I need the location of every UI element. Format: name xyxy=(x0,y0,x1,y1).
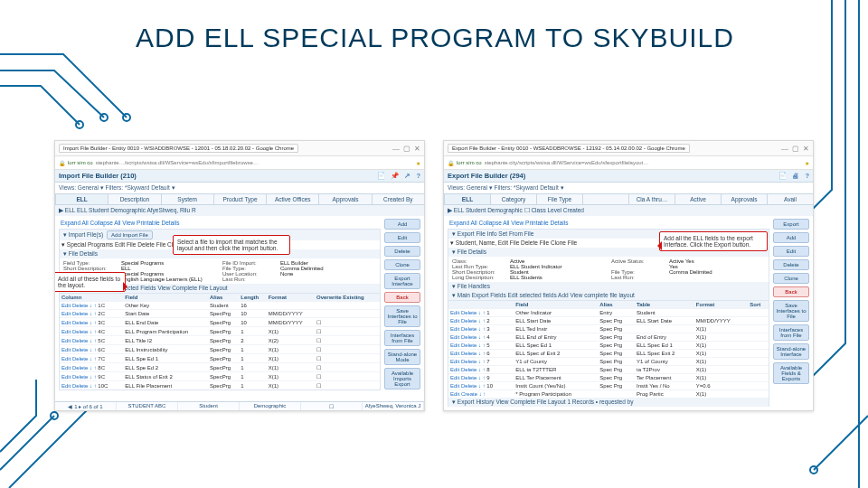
clone-button[interactable]: Clone xyxy=(773,273,809,284)
expand-collapse-links[interactable]: Expand All Collapse All View Printable D… xyxy=(448,219,769,227)
standalone-button[interactable]: Stand-alone Interface xyxy=(773,343,809,360)
edit-link[interactable]: Edit xyxy=(61,374,71,380)
reorder-arrows-icon[interactable]: ↓ ↑ xyxy=(478,310,486,315)
if-from-file-button[interactable]: Interfaces from File xyxy=(384,330,420,346)
maximize-icon[interactable]: ▢ xyxy=(792,145,799,153)
star-icon[interactable]: ★ xyxy=(805,160,809,166)
edit-link[interactable]: Edit xyxy=(450,367,459,372)
selected-row[interactable]: ▶ ELL Student Demographic ☐ Class Level … xyxy=(444,205,813,216)
reorder-arrows-icon[interactable]: ↓ ↑ xyxy=(478,367,486,372)
reorder-arrows-icon[interactable]: ↓ ↑ xyxy=(90,320,97,325)
edit-link[interactable]: Edit xyxy=(61,347,71,352)
export-button[interactable]: Export xyxy=(773,219,809,230)
delete-link[interactable]: Delete xyxy=(72,338,88,343)
edit-link[interactable]: Edit xyxy=(450,343,459,348)
edit-link[interactable]: Edit xyxy=(61,311,71,316)
report-icon[interactable]: 📄 xyxy=(778,172,787,180)
edit-link[interactable]: Edit xyxy=(61,356,71,361)
report-icon[interactable]: 📄 xyxy=(377,172,385,180)
edit-link[interactable]: Edit xyxy=(61,320,71,325)
new-window-icon[interactable]: ↗ xyxy=(404,172,410,180)
edit-link[interactable]: Edit xyxy=(450,326,459,332)
reorder-arrows-icon[interactable]: ↓ ↑ xyxy=(478,326,486,332)
avail-exports-button[interactable]: Available Fields & Exports xyxy=(773,362,809,384)
table-row[interactable]: Edit Delete ↓ ↑ 7CELL Spe Ed 1SpecPrg1X(… xyxy=(60,354,380,363)
edit-link[interactable]: Edit xyxy=(61,365,71,371)
reorder-arrows-icon[interactable]: ↓ ↑ xyxy=(90,374,97,380)
delete-link[interactable]: Delete xyxy=(72,374,88,380)
edit-button[interactable]: Edit xyxy=(773,246,809,257)
delete-link[interactable]: Delete xyxy=(72,311,88,316)
delete-link[interactable]: Delete xyxy=(461,351,476,356)
export-history-header[interactable]: ▾ Export History View Complete File Layo… xyxy=(448,398,769,407)
edit-link[interactable]: Edit xyxy=(450,310,459,315)
reorder-arrows-icon[interactable]: ↓ ↑ xyxy=(90,347,97,352)
col-product[interactable]: Product Type xyxy=(213,193,266,205)
delete-link[interactable]: Delete xyxy=(72,347,88,352)
reorder-arrows-icon[interactable]: ↓ ↑ xyxy=(90,383,97,389)
minimize-icon[interactable]: — xyxy=(392,145,400,153)
browser-tab[interactable]: Import File Builder - Entity 0010 - WSIA… xyxy=(59,144,298,153)
edit-button[interactable]: Edit xyxy=(384,232,420,243)
table-row[interactable]: Edit Delete ↓ ↑ 6CELL InstructabilitySpe… xyxy=(60,345,380,354)
edit-link[interactable]: Edit xyxy=(450,334,459,340)
edit-link[interactable]: Edit xyxy=(450,391,459,397)
table-row[interactable]: Edit Delete ↓ ↑ 7Y1 of CountySpec PrgY1 … xyxy=(448,358,769,366)
back-button[interactable]: Back xyxy=(773,286,809,297)
minimize-icon[interactable]: — xyxy=(781,145,788,153)
table-row[interactable]: Edit Delete ↓ ↑ 4ELL End of EntrySpec Pr… xyxy=(448,333,769,342)
star-icon[interactable]: ★ xyxy=(416,160,420,166)
reorder-arrows-icon[interactable]: ↓ ↑ xyxy=(478,375,486,380)
table-row[interactable]: Edit Delete ↓ ↑ 5CELL Title I2SpecPrg2X(… xyxy=(60,336,380,345)
clone-button[interactable]: Clone xyxy=(384,259,420,270)
reorder-arrows-icon[interactable]: ↓ ↑ xyxy=(478,359,486,364)
edit-link[interactable]: Edit xyxy=(450,359,459,364)
edit-link[interactable]: Edit xyxy=(61,383,71,389)
help-icon[interactable]: ? xyxy=(805,172,809,180)
views-filters-bar[interactable]: Views: General ▾ Filters: *Skyward Defau… xyxy=(444,183,813,193)
delete-button[interactable]: Delete xyxy=(384,246,420,257)
main-export-fields-header[interactable]: ▾ Main Export Fields Edit selected field… xyxy=(448,291,769,300)
edit-link[interactable]: Edit xyxy=(450,383,459,389)
export-interface-button[interactable]: Export Interface xyxy=(384,273,420,289)
table-row[interactable]: Edit Delete ↓ ↑ 1COther KeyStudent16 xyxy=(60,302,380,310)
reorder-arrows-icon[interactable]: ↓ ↑ xyxy=(90,338,97,343)
help-icon[interactable]: ? xyxy=(416,172,420,180)
reorder-arrows-icon[interactable]: ↓ ↑ xyxy=(90,303,97,308)
expand-collapse-links[interactable]: Expand All Collapse All View Printable D… xyxy=(59,219,381,227)
save-if-button[interactable]: Save Interfaces to File xyxy=(384,305,420,327)
table-row[interactable]: Edit Delete ↓ ↑ 6ELL Spec of Exit 2Spec … xyxy=(448,350,769,358)
file-handles-header[interactable]: ▾ File Handles xyxy=(448,282,769,291)
back-button[interactable]: Back xyxy=(384,292,420,303)
col-created[interactable]: Created By xyxy=(372,193,424,205)
delete-link[interactable]: Delete xyxy=(461,318,476,324)
table-row[interactable]: Edit Delete ↓ ↑ 1Other IndicatorEntryStu… xyxy=(448,309,769,317)
reorder-arrows-icon[interactable]: ↓ ↑ xyxy=(90,329,97,334)
standalone-button[interactable]: Stand-alone Mode xyxy=(384,349,420,365)
edit-link[interactable]: Edit xyxy=(61,338,71,343)
delete-link[interactable]: Delete xyxy=(461,334,476,340)
delete-link[interactable]: Delete xyxy=(461,375,476,380)
pager[interactable]: ◀ 1 ▸ of 6 of 1 xyxy=(55,402,117,410)
avail-imports-button[interactable]: Available Imports Export xyxy=(384,368,420,389)
col-ell[interactable]: ELL xyxy=(55,193,108,205)
col-ell[interactable]: ELL xyxy=(444,193,490,205)
delete-link[interactable]: Delete xyxy=(72,303,88,308)
col-offices[interactable]: Active Offices xyxy=(266,193,318,205)
table-row[interactable]: Edit Delete ↓ ↑ 2ELL Start DateSpec PrgE… xyxy=(448,317,769,325)
col-system[interactable]: System xyxy=(161,193,213,205)
close-icon[interactable]: ✕ xyxy=(414,145,420,153)
selected-row[interactable]: ▶ ELL ELL Student Demographic AfyeShweq,… xyxy=(55,205,424,216)
save-if-button[interactable]: Save Interfaces to File xyxy=(773,300,809,322)
delete-button[interactable]: Delete xyxy=(773,259,809,270)
add-import-file-button[interactable]: Add Import File xyxy=(107,230,153,239)
col-desc[interactable]: Description xyxy=(108,193,160,205)
favorite-icon[interactable]: 📌 xyxy=(391,172,399,180)
reorder-arrows-icon[interactable]: ↓ ↑ xyxy=(478,383,486,389)
reorder-arrows-icon[interactable]: ↓ ↑ xyxy=(478,318,486,324)
table-row[interactable]: Edit Delete ↓ ↑ 5ELL Spec Ed 1Spec PrgEL… xyxy=(448,342,769,350)
table-row[interactable]: Edit Delete ↓ ↑ 10Instit Count (Yes/No)S… xyxy=(448,382,769,390)
edit-link[interactable]: Edit xyxy=(450,375,459,380)
reorder-arrows-icon[interactable]: ↓ ↑ xyxy=(90,311,97,316)
table-row[interactable]: Edit Delete ↓ ↑ 3CELL End DateSpecPrg10M… xyxy=(60,318,380,327)
